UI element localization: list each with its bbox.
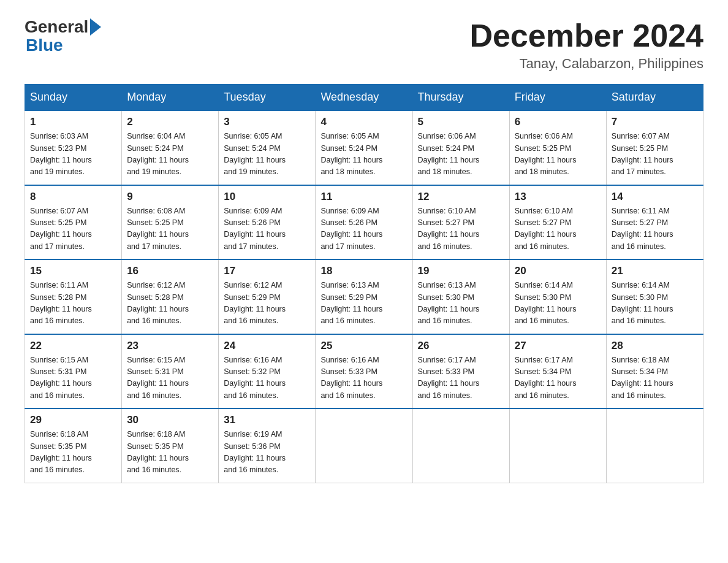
calendar-header: SundayMondayTuesdayWednesdayThursdayFrid… (25, 85, 703, 111)
day-number: 10 (224, 191, 310, 203)
header-friday: Friday (509, 85, 606, 111)
day-number: 26 (418, 340, 504, 352)
day-info: Sunrise: 6:14 AMSunset: 5:30 PMDaylight:… (515, 280, 601, 327)
day-info: Sunrise: 6:17 AMSunset: 5:33 PMDaylight:… (418, 354, 504, 402)
day-info: Sunrise: 6:03 AMSunset: 5:23 PMDaylight:… (30, 131, 116, 178)
calendar-cell: 22Sunrise: 6:15 AMSunset: 5:31 PMDayligh… (25, 334, 122, 409)
day-info: Sunrise: 6:11 AMSunset: 5:27 PMDaylight:… (612, 205, 698, 253)
calendar-cell (316, 408, 412, 483)
day-number: 31 (224, 414, 310, 426)
calendar-cell (509, 408, 606, 483)
day-number: 25 (320, 340, 407, 352)
calendar-cell: 6Sunrise: 6:06 AMSunset: 5:25 PMDaylight… (509, 110, 606, 185)
day-number: 19 (418, 265, 504, 277)
day-number: 3 (224, 116, 310, 128)
day-number: 18 (320, 265, 407, 277)
day-number: 11 (320, 191, 407, 203)
calendar-cell: 5Sunrise: 6:06 AMSunset: 5:24 PMDaylight… (412, 110, 509, 185)
day-info: Sunrise: 6:04 AMSunset: 5:24 PMDaylight:… (127, 131, 213, 178)
month-title: December 2024 (469, 18, 703, 53)
day-info: Sunrise: 6:12 AMSunset: 5:28 PMDaylight:… (127, 280, 213, 327)
day-number: 27 (515, 340, 601, 352)
day-info: Sunrise: 6:16 AMSunset: 5:32 PMDaylight:… (224, 354, 310, 402)
calendar-cell: 3Sunrise: 6:05 AMSunset: 5:24 PMDaylight… (219, 110, 316, 185)
calendar-cell: 27Sunrise: 6:17 AMSunset: 5:34 PMDayligh… (509, 334, 606, 409)
calendar-cell: 14Sunrise: 6:11 AMSunset: 5:27 PMDayligh… (606, 185, 703, 260)
calendar-cell: 19Sunrise: 6:13 AMSunset: 5:30 PMDayligh… (412, 259, 509, 334)
day-info: Sunrise: 6:18 AMSunset: 5:35 PMDaylight:… (127, 429, 213, 477)
day-number: 7 (612, 116, 698, 128)
calendar-cell: 28Sunrise: 6:18 AMSunset: 5:34 PMDayligh… (606, 334, 703, 409)
day-number: 2 (127, 116, 213, 128)
day-info: Sunrise: 6:14 AMSunset: 5:30 PMDaylight:… (612, 280, 698, 327)
calendar-cell: 21Sunrise: 6:14 AMSunset: 5:30 PMDayligh… (606, 259, 703, 334)
header-tuesday: Tuesday (219, 85, 316, 111)
header-monday: Monday (122, 85, 219, 111)
calendar-cell: 7Sunrise: 6:07 AMSunset: 5:25 PMDaylight… (606, 110, 703, 185)
calendar-cell: 4Sunrise: 6:05 AMSunset: 5:24 PMDaylight… (316, 110, 412, 185)
day-number: 30 (127, 414, 213, 426)
calendar-cell: 29Sunrise: 6:18 AMSunset: 5:35 PMDayligh… (25, 408, 122, 483)
day-info: Sunrise: 6:06 AMSunset: 5:25 PMDaylight:… (515, 131, 601, 178)
day-info: Sunrise: 6:13 AMSunset: 5:30 PMDaylight:… (418, 280, 504, 327)
day-number: 8 (30, 191, 116, 203)
calendar-cell: 18Sunrise: 6:13 AMSunset: 5:29 PMDayligh… (316, 259, 412, 334)
calendar-cell: 24Sunrise: 6:16 AMSunset: 5:32 PMDayligh… (219, 334, 316, 409)
logo-general-text: General (25, 18, 88, 36)
day-number: 13 (515, 191, 601, 203)
location-subtitle: Tanay, Calabarzon, Philippines (469, 56, 703, 72)
calendar-cell: 13Sunrise: 6:10 AMSunset: 5:27 PMDayligh… (509, 185, 606, 260)
day-number: 16 (127, 265, 213, 277)
calendar-cell: 26Sunrise: 6:17 AMSunset: 5:33 PMDayligh… (412, 334, 509, 409)
calendar-cell: 1Sunrise: 6:03 AMSunset: 5:23 PMDaylight… (25, 110, 122, 185)
day-number: 5 (418, 116, 504, 128)
day-info: Sunrise: 6:07 AMSunset: 5:25 PMDaylight:… (30, 205, 116, 253)
title-block: December 2024 Tanay, Calabarzon, Philipp… (469, 18, 703, 72)
day-number: 12 (418, 191, 504, 203)
day-number: 6 (515, 116, 601, 128)
calendar-cell: 2Sunrise: 6:04 AMSunset: 5:24 PMDaylight… (122, 110, 219, 185)
calendar-cell: 16Sunrise: 6:12 AMSunset: 5:28 PMDayligh… (122, 259, 219, 334)
day-info: Sunrise: 6:13 AMSunset: 5:29 PMDaylight:… (320, 280, 407, 327)
logo: General Blue (25, 18, 102, 55)
day-info: Sunrise: 6:10 AMSunset: 5:27 PMDaylight:… (515, 205, 601, 253)
day-info: Sunrise: 6:18 AMSunset: 5:35 PMDaylight:… (30, 429, 116, 477)
header-sunday: Sunday (25, 85, 122, 111)
day-number: 21 (612, 265, 698, 277)
day-info: Sunrise: 6:12 AMSunset: 5:29 PMDaylight:… (224, 280, 310, 327)
day-info: Sunrise: 6:05 AMSunset: 5:24 PMDaylight:… (224, 131, 310, 178)
day-number: 22 (30, 340, 116, 352)
week-row-1: 1Sunrise: 6:03 AMSunset: 5:23 PMDaylight… (25, 110, 703, 185)
day-number: 15 (30, 265, 116, 277)
day-info: Sunrise: 6:15 AMSunset: 5:31 PMDaylight:… (127, 354, 213, 402)
day-number: 20 (515, 265, 601, 277)
day-number: 17 (224, 265, 310, 277)
day-number: 9 (127, 191, 213, 203)
logo-top: General (25, 18, 102, 36)
calendar-cell: 8Sunrise: 6:07 AMSunset: 5:25 PMDaylight… (25, 185, 122, 260)
day-number: 23 (127, 340, 213, 352)
header-wednesday: Wednesday (316, 85, 412, 111)
calendar-cell: 9Sunrise: 6:08 AMSunset: 5:25 PMDaylight… (122, 185, 219, 260)
day-info: Sunrise: 6:08 AMSunset: 5:25 PMDaylight:… (127, 205, 213, 253)
day-number: 1 (30, 116, 116, 128)
calendar-cell: 23Sunrise: 6:15 AMSunset: 5:31 PMDayligh… (122, 334, 219, 409)
day-info: Sunrise: 6:16 AMSunset: 5:33 PMDaylight:… (320, 354, 407, 402)
calendar-cell: 12Sunrise: 6:10 AMSunset: 5:27 PMDayligh… (412, 185, 509, 260)
logo-arrow-icon (90, 18, 101, 36)
header-saturday: Saturday (606, 85, 703, 111)
calendar-cell: 30Sunrise: 6:18 AMSunset: 5:35 PMDayligh… (122, 408, 219, 483)
day-number: 14 (612, 191, 698, 203)
day-number: 4 (320, 116, 407, 128)
header-row: SundayMondayTuesdayWednesdayThursdayFrid… (25, 85, 703, 111)
week-row-2: 8Sunrise: 6:07 AMSunset: 5:25 PMDaylight… (25, 185, 703, 260)
calendar-cell: 20Sunrise: 6:14 AMSunset: 5:30 PMDayligh… (509, 259, 606, 334)
week-row-3: 15Sunrise: 6:11 AMSunset: 5:28 PMDayligh… (25, 259, 703, 334)
calendar-cell: 17Sunrise: 6:12 AMSunset: 5:29 PMDayligh… (219, 259, 316, 334)
day-info: Sunrise: 6:06 AMSunset: 5:24 PMDaylight:… (418, 131, 504, 178)
day-number: 28 (612, 340, 698, 352)
calendar-cell: 10Sunrise: 6:09 AMSunset: 5:26 PMDayligh… (219, 185, 316, 260)
day-info: Sunrise: 6:15 AMSunset: 5:31 PMDaylight:… (30, 354, 116, 402)
week-row-4: 22Sunrise: 6:15 AMSunset: 5:31 PMDayligh… (25, 334, 703, 409)
calendar-cell: 11Sunrise: 6:09 AMSunset: 5:26 PMDayligh… (316, 185, 412, 260)
